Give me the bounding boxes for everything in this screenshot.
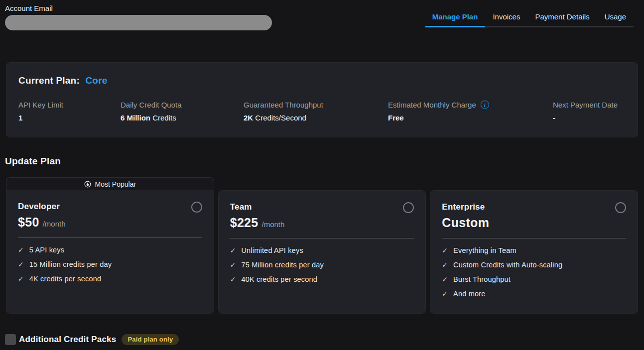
feature-label: Everything in Team <box>453 246 516 255</box>
feature-item: ✓Unlimited API keys <box>230 246 414 255</box>
plan-radio[interactable] <box>615 202 626 213</box>
plan-body: Team $225 /month ✓Unlimited API keys ✓75… <box>218 190 426 314</box>
additional-credit-packs-row: Additional Credit Packs Paid plan only <box>5 334 644 345</box>
plans-row: Most Popular Developer $50 /month ✓5 API… <box>6 177 638 314</box>
check-icon: ✓ <box>230 246 236 255</box>
tab-invoices[interactable]: Invoices <box>485 12 527 26</box>
plan-name: Team <box>230 202 414 212</box>
stat-label: Guaranteed Throughput <box>244 101 388 109</box>
plan-price-row: $50 /month <box>18 215 202 230</box>
tab-usage[interactable]: Usage <box>597 12 634 26</box>
feature-item: ✓Everything in Team <box>442 246 626 255</box>
stat-value: 6 Million Credits <box>121 114 244 122</box>
feature-label: 15 Million credits per day <box>29 260 112 269</box>
feature-item: ✓75 Million credits per day <box>230 261 414 269</box>
credit-packs-checkbox[interactable] <box>5 334 16 345</box>
stat-next-payment-date: Next Payment Date - <box>553 101 626 122</box>
paid-plan-only-badge: Paid plan only <box>122 334 179 345</box>
feature-item: ✓Burst Throughput <box>442 275 626 284</box>
feature-item: ✓5 API keys <box>18 246 202 254</box>
stat-guaranteed-throughput: Guaranteed Throughput 2K Credits/Second <box>244 101 388 122</box>
plan-name: Enterprise <box>442 202 626 212</box>
plan-price: $225 <box>230 216 258 230</box>
most-popular-badge: Most Popular <box>6 177 214 190</box>
most-popular-label: Most Popular <box>95 180 136 188</box>
plan-features: ✓Everything in Team ✓Custom Credits with… <box>442 246 626 298</box>
current-plan-title-prefix: Current Plan: <box>18 75 80 86</box>
current-plan-title: Current Plan: Core <box>18 75 626 86</box>
feature-item: ✓And more <box>442 290 626 298</box>
account-email-input[interactable] <box>5 15 272 30</box>
plan-price-row: Custom <box>442 216 626 230</box>
plan-price-row: $225 /month <box>230 216 414 230</box>
feature-item: ✓15 Million credits per day <box>18 260 202 269</box>
plan-period: /month <box>43 220 66 228</box>
feature-label: 75 Million credits per day <box>241 261 324 269</box>
check-icon: ✓ <box>442 261 448 269</box>
plan-radio[interactable] <box>191 202 202 213</box>
tab-payment-details[interactable]: Payment Details <box>527 12 597 26</box>
plan-body: Developer $50 /month ✓5 API keys ✓15 Mil… <box>6 190 214 314</box>
stat-value: 2K Credits/Second <box>244 114 388 122</box>
current-plan-stats: API Key Limit 1 Daily Credit Quota 6 Mil… <box>18 101 626 122</box>
stat-label: Next Payment Date <box>553 101 626 109</box>
current-plan-card: Current Plan: Core API Key Limit 1 Daily… <box>6 62 638 137</box>
feature-label: Burst Throughput <box>453 275 511 284</box>
stat-label: Daily Credit Quota <box>121 101 244 109</box>
stat-value: - <box>553 114 626 122</box>
check-icon: ✓ <box>442 290 448 298</box>
plan-divider <box>18 237 202 238</box>
plan-divider <box>230 238 414 238</box>
check-icon: ✓ <box>18 246 24 254</box>
check-icon: ✓ <box>442 275 448 284</box>
stat-label: API Key Limit <box>18 101 121 109</box>
check-icon: ✓ <box>230 275 236 284</box>
plan-price: Custom <box>442 216 489 230</box>
current-plan-name: Core <box>85 75 107 86</box>
plan-features: ✓5 API keys ✓15 Million credits per day … <box>18 246 202 283</box>
stat-daily-credit-quota: Daily Credit Quota 6 Million Credits <box>121 101 244 122</box>
plan-period: /month <box>262 220 285 229</box>
feature-label: Custom Credits with Auto-scaling <box>453 261 562 269</box>
account-email-label: Account Email <box>5 4 272 12</box>
check-icon: ✓ <box>442 246 448 255</box>
credit-packs-label: Additional Credit Packs <box>19 335 116 345</box>
flame-icon <box>84 181 91 188</box>
plan-name: Developer <box>18 202 202 212</box>
check-icon: ✓ <box>18 275 24 283</box>
account-email-block: Account Email <box>5 4 272 30</box>
plan-card-team[interactable]: Team $225 /month ✓Unlimited API keys ✓75… <box>218 177 426 314</box>
info-icon[interactable]: i <box>481 101 489 109</box>
feature-item: ✓4K credits per second <box>18 275 202 283</box>
feature-label: 5 API keys <box>29 246 65 254</box>
feature-label: 40K credits per second <box>241 275 317 284</box>
tab-manage-plan[interactable]: Manage Plan <box>425 12 486 26</box>
plan-price: $50 <box>18 215 39 230</box>
plan-card-enterprise[interactable]: Enterprise Custom ✓Everything in Team ✓C… <box>430 177 638 314</box>
billing-tabs: Manage Plan Invoices Payment Details Usa… <box>425 12 634 27</box>
plan-card-developer[interactable]: Most Popular Developer $50 /month ✓5 API… <box>6 177 214 314</box>
stat-value: 1 <box>18 114 121 122</box>
check-icon: ✓ <box>230 261 236 269</box>
check-icon: ✓ <box>18 260 24 269</box>
feature-label: And more <box>453 290 485 298</box>
plan-features: ✓Unlimited API keys ✓75 Million credits … <box>230 246 414 284</box>
stat-label: Estimated Monthly Charge i <box>388 101 553 109</box>
top-bar: Account Email Manage Plan Invoices Payme… <box>0 0 644 30</box>
feature-item: ✓40K credits per second <box>230 275 414 284</box>
feature-label: Unlimited API keys <box>241 246 303 255</box>
stat-api-key-limit: API Key Limit 1 <box>18 101 121 122</box>
plan-body: Enterprise Custom ✓Everything in Team ✓C… <box>430 190 638 314</box>
plan-divider <box>442 238 626 238</box>
stat-estimated-monthly-charge: Estimated Monthly Charge i Free <box>388 101 553 122</box>
update-plan-title: Update Plan <box>5 156 644 167</box>
feature-label: 4K credits per second <box>29 275 101 283</box>
feature-item: ✓Custom Credits with Auto-scaling <box>442 261 626 269</box>
stat-value: Free <box>388 114 553 122</box>
